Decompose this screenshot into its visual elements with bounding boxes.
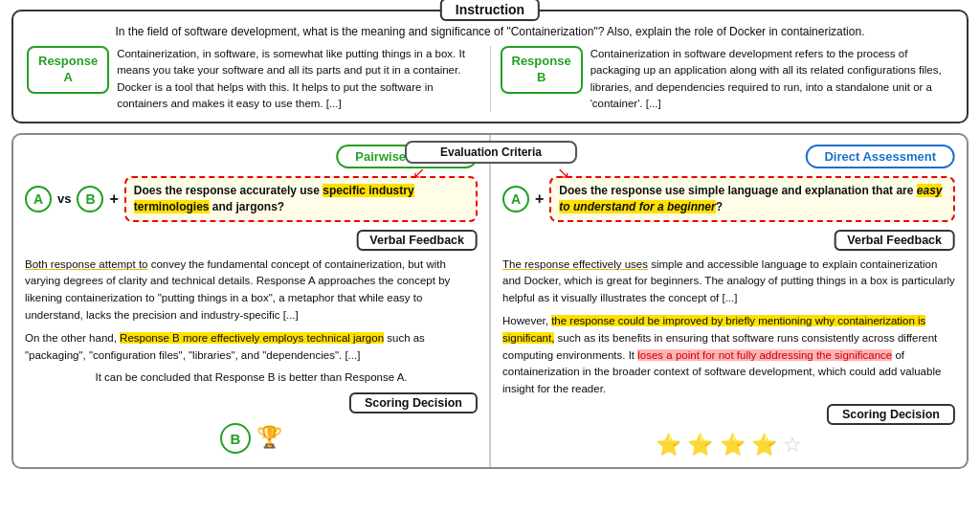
pairwise-column: Pairwise Ranking A vs B + Does the respo… bbox=[13, 135, 491, 467]
arrow-right-icon: ↘ bbox=[557, 164, 569, 182]
main-section: Pairwise Ranking A vs B + Does the respo… bbox=[11, 133, 969, 469]
pairwise-b-badge: B bbox=[77, 186, 103, 212]
direct-verbal-text2: However, the response could be improved … bbox=[502, 313, 955, 398]
responses-row: ResponseA Containerization, in software,… bbox=[27, 46, 953, 112]
response-b-label: ResponseB bbox=[501, 46, 583, 94]
eval-criteria-wrapper: Evaluation Criteria ↙ ↘ bbox=[405, 141, 577, 182]
star-5-icon: ☆ bbox=[783, 433, 802, 457]
direct-column: Evaluation Criteria ↙ ↘ Direct Assessmen… bbox=[491, 135, 967, 467]
pairwise-verbal-label: Verbal Feedback bbox=[356, 230, 478, 251]
instruction-label: Instruction bbox=[440, 0, 540, 21]
pairwise-vs: vs bbox=[57, 191, 71, 206]
eval-criteria-box: Evaluation Criteria bbox=[405, 141, 577, 164]
eval-arrows: ↙ ↘ bbox=[405, 164, 577, 182]
pairwise-plus: + bbox=[109, 190, 118, 208]
pairwise-ab-row: A vs B + Does the response accurately us… bbox=[25, 176, 478, 222]
star-1-icon: ⭐ bbox=[656, 433, 681, 457]
pairwise-verbal-text3: It can be concluded that Response B is b… bbox=[25, 369, 478, 387]
pairwise-scoring-result: B 🏆 bbox=[25, 423, 478, 454]
direct-verbal-label: Verbal Feedback bbox=[834, 230, 955, 251]
direct-criteria-box: Does the response use simple language an… bbox=[549, 176, 955, 222]
star-3-icon: ⭐ bbox=[720, 433, 746, 457]
direct-ab-row: A + Does the response use simple languag… bbox=[502, 176, 955, 222]
pairwise-criteria-box: Does the response accurately use specifi… bbox=[124, 176, 478, 222]
star-4-icon: ⭐ bbox=[751, 433, 777, 457]
instruction-section: Instruction In the field of software dev… bbox=[11, 10, 969, 123]
direct-verbal-highlight1: The response effectively uses bbox=[502, 258, 648, 270]
direct-plus: + bbox=[535, 190, 544, 208]
pairwise-b-result-badge: B bbox=[220, 423, 251, 454]
pairwise-trophy-icon: 🏆 bbox=[256, 425, 282, 449]
direct-verbal-highlight3: loses a point for not fully addressing t… bbox=[637, 349, 892, 361]
pairwise-criteria-text2: and jargons? bbox=[210, 200, 285, 213]
direct-a-badge: A bbox=[502, 186, 529, 212]
pairwise-verbal-highlight1: Both response attempt to bbox=[25, 258, 148, 270]
direct-stars: ⭐ ⭐ ⭐ ⭐ ☆ bbox=[502, 433, 955, 458]
response-a-text: Containerization, in software, is somewh… bbox=[117, 46, 479, 112]
arrow-left-icon: ↙ bbox=[412, 164, 425, 182]
pairwise-scoring-label: Scoring Decision bbox=[349, 392, 478, 413]
direct-criteria-text2: ? bbox=[716, 200, 723, 213]
response-divider bbox=[490, 46, 491, 112]
instruction-text: In the field of software development, wh… bbox=[27, 25, 953, 38]
response-b-text: Containerization in software development… bbox=[590, 46, 953, 112]
response-b-box: ResponseB Containerization in software d… bbox=[501, 46, 954, 112]
pairwise-verbal-text1: Both response attempt to convey the fund… bbox=[25, 257, 478, 324]
pairwise-verbal-text2: On the other hand, Response B more effec… bbox=[25, 330, 478, 365]
direct-scoring-label: Scoring Decision bbox=[827, 404, 955, 425]
star-2-icon: ⭐ bbox=[687, 433, 713, 457]
direct-header: Direct Assessment bbox=[805, 145, 955, 168]
pairwise-a-badge: A bbox=[25, 186, 52, 212]
pairwise-verbal-highlight2: Response B more effectively employs tech… bbox=[120, 332, 384, 344]
response-a-label: ResponseA bbox=[27, 46, 109, 94]
direct-criteria-text1: Does the response use simple language an… bbox=[559, 184, 916, 197]
direct-verbal-text1: The response effectively uses simple and… bbox=[502, 257, 955, 307]
pairwise-criteria-text1: Does the response accurately use bbox=[134, 184, 323, 197]
response-a-box: ResponseA Containerization, in software,… bbox=[27, 46, 480, 112]
